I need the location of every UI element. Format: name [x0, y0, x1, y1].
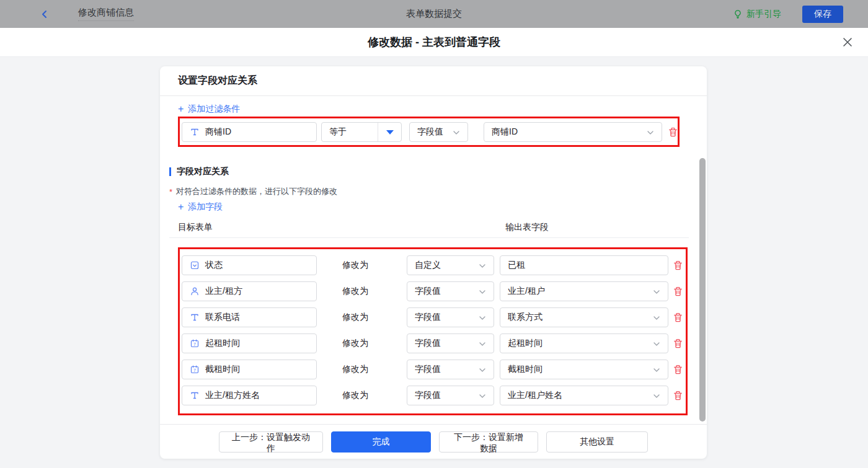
- filter-value-type-value: 字段值: [410, 126, 443, 138]
- output-field-select[interactable]: 业主/租户: [500, 281, 668, 301]
- output-field-value: 已租: [500, 260, 525, 271]
- value-type-select[interactable]: 字段值: [407, 307, 494, 327]
- panel-content: + 添加过滤条件 商铺ID 等于 字段值: [160, 96, 707, 424]
- value-type-value: 字段值: [407, 338, 441, 349]
- value-type-value: 字段值: [407, 312, 441, 323]
- plus-icon: +: [178, 105, 184, 113]
- target-field-input[interactable]: 7 联系电话: [182, 307, 317, 327]
- output-field-value: 联系方式: [500, 312, 542, 323]
- plus-icon: +: [178, 203, 184, 211]
- select-field-icon: [190, 260, 200, 270]
- calendar-icon: 7: [190, 364, 200, 374]
- chevron-down-icon: [477, 287, 487, 297]
- output-field-select[interactable]: 联系方式: [500, 307, 668, 327]
- chevron-down-icon: [652, 287, 662, 297]
- value-type-select[interactable]: 字段值: [407, 281, 494, 301]
- text-field-icon: [190, 127, 200, 137]
- done-button[interactable]: 完成: [331, 431, 431, 453]
- delete-row-icon[interactable]: [673, 364, 683, 375]
- scrollbar-thumb[interactable]: [699, 158, 706, 422]
- filter-operator-value: 等于: [322, 126, 347, 138]
- target-field-label: 业主/租方: [205, 286, 242, 297]
- dialog-body: 设置字段对应关系 + 添加过滤条件 商铺ID 等于: [0, 57, 868, 468]
- add-filter-label: 添加过滤条件: [188, 104, 240, 115]
- filter-value-value: 商铺ID: [484, 126, 518, 138]
- dialog-header: 修改数据 - 主表到普通字段: [0, 28, 868, 57]
- prev-step-button[interactable]: 上一步：设置触发动作: [219, 431, 323, 453]
- chevron-down-icon: [652, 313, 662, 323]
- filter-field-input[interactable]: 商铺ID: [182, 122, 317, 142]
- chevron-down-icon: [477, 313, 487, 323]
- filter-field-label: 商铺ID: [205, 126, 231, 138]
- value-type-select[interactable]: 字段值: [407, 386, 494, 405]
- output-field-select[interactable]: 截租时间: [500, 360, 668, 379]
- add-field-link[interactable]: + 添加字段: [178, 201, 223, 213]
- chevron-down-icon: [477, 339, 487, 349]
- guide-label: 新手引导: [746, 9, 781, 20]
- section-title-bar: [169, 167, 171, 176]
- value-type-select[interactable]: 字段值: [407, 333, 494, 353]
- value-type-select[interactable]: 字段值: [407, 360, 494, 379]
- value-type-value: 字段值: [407, 390, 441, 401]
- delete-filter-icon[interactable]: [668, 126, 678, 138]
- output-field-value: 起租时间: [500, 338, 542, 349]
- other-settings-button[interactable]: 其他设置: [546, 431, 648, 453]
- output-field-select[interactable]: 起租时间: [500, 333, 668, 353]
- value-type-select[interactable]: 自定义: [407, 255, 494, 275]
- modify-to-label: 修改为: [342, 338, 368, 349]
- column-divider: [169, 237, 689, 238]
- chevron-down-icon: [652, 391, 662, 401]
- output-field-select[interactable]: 已租: [500, 255, 668, 275]
- calendar-icon: 7: [190, 338, 200, 348]
- target-field-input[interactable]: 7 状态: [182, 255, 317, 275]
- lightbulb-icon: [733, 9, 743, 19]
- output-field-value: 截租时间: [500, 364, 542, 375]
- value-type-value: 自定义: [407, 260, 441, 271]
- delete-row-icon[interactable]: [673, 338, 683, 349]
- chevron-down-icon: [652, 339, 662, 349]
- section-description: * 对符合过滤条件的数据，进行以下字段的修改: [169, 186, 337, 197]
- field-mapping-row: 7 业主/租方姓名 修改为 字段值 业主/租户姓名: [178, 386, 688, 405]
- add-filter-link[interactable]: + 添加过滤条件: [178, 104, 240, 115]
- field-mapping-row: 7 状态 修改为 自定义 已租: [178, 255, 688, 275]
- panel-footer: 上一步：设置触发动作 完成 下一步：设置新增数据 其他设置: [160, 424, 707, 459]
- target-field-label: 业主/租方姓名: [205, 390, 260, 401]
- chevron-down-icon: [652, 365, 662, 375]
- chevron-down-icon: [451, 128, 461, 138]
- chevron-down-icon: [477, 391, 487, 401]
- required-mark: *: [169, 186, 172, 197]
- filter-value-select[interactable]: 商铺ID: [484, 122, 662, 142]
- target-field-input[interactable]: 7 起租时间: [182, 333, 317, 353]
- next-step-button[interactable]: 下一步：设置新增数据: [439, 431, 538, 453]
- add-field-label: 添加字段: [188, 201, 223, 213]
- target-field-input[interactable]: 7 截租时间: [182, 360, 317, 379]
- field-mapping-row: 7 联系电话 修改为 字段值 联系方式: [178, 307, 688, 327]
- modify-to-label: 修改为: [342, 390, 368, 401]
- delete-row-icon[interactable]: [673, 260, 683, 271]
- modify-to-label: 修改为: [342, 260, 368, 271]
- filter-value-type-select[interactable]: 字段值: [409, 122, 468, 142]
- target-field-label: 截租时间: [205, 364, 240, 375]
- modify-to-label: 修改为: [342, 364, 368, 375]
- text-field-icon: [190, 391, 200, 400]
- delete-row-icon[interactable]: [673, 312, 683, 323]
- output-field-select[interactable]: 业主/租户姓名: [500, 386, 668, 405]
- modify-to-label: 修改为: [342, 312, 368, 323]
- chevron-down-icon: [477, 365, 487, 375]
- save-button[interactable]: 保存: [802, 6, 843, 23]
- target-field-input[interactable]: 7 业主/租方姓名: [182, 386, 317, 405]
- target-field-label: 起租时间: [205, 338, 240, 349]
- field-mapping-row: 7 起租时间 修改为 字段值 起租时间: [178, 333, 688, 353]
- operator-caret-zone[interactable]: [378, 123, 401, 141]
- delete-row-icon[interactable]: [673, 286, 683, 297]
- filter-operator-select[interactable]: 等于: [321, 122, 402, 142]
- target-field-input[interactable]: 7 业主/租方: [182, 281, 317, 301]
- mapping-panel: 设置字段对应关系 + 添加过滤条件 商铺ID 等于: [160, 66, 707, 459]
- close-icon[interactable]: [842, 37, 853, 48]
- value-type-value: 字段值: [407, 364, 441, 375]
- delete-row-icon[interactable]: [673, 390, 683, 401]
- beginner-guide-link[interactable]: 新手引导: [733, 9, 781, 20]
- section-description-text: 对符合过滤条件的数据，进行以下字段的修改: [176, 186, 337, 197]
- modify-to-label: 修改为: [342, 286, 368, 297]
- section-title: 字段对应关系: [169, 166, 229, 177]
